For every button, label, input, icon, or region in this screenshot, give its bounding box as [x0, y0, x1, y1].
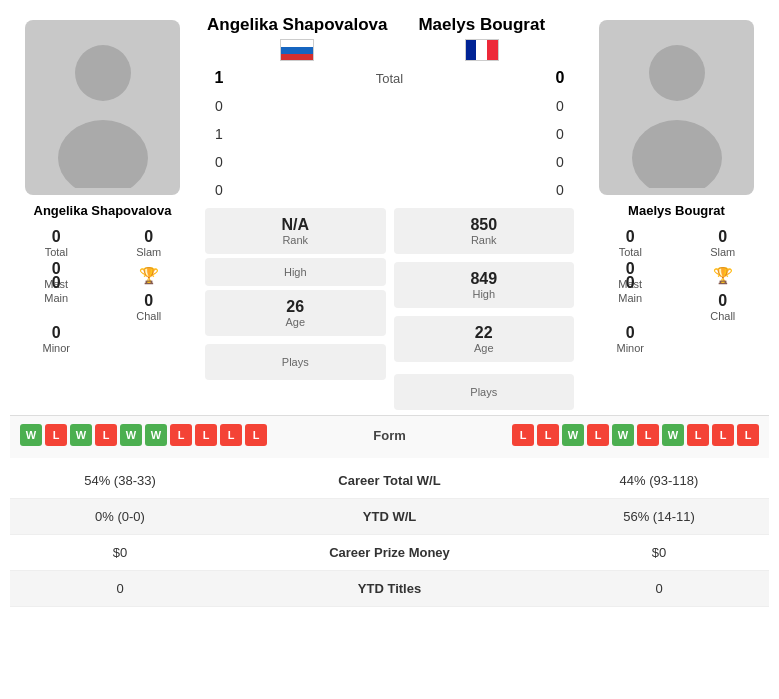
left-name-center: Angelika Shapovalova [205, 15, 390, 35]
form-badge-l: L [737, 424, 759, 446]
form-badge-l: L [245, 424, 267, 446]
form-section: WLWLWWLLLL Form LLWLWLWLLL [10, 415, 769, 458]
form-badge-w: W [662, 424, 684, 446]
left-main-label: Main [44, 292, 68, 304]
form-badge-l: L [637, 424, 659, 446]
indoor-button[interactable]: Indoor [237, 149, 542, 174]
indoor-row: 0 Indoor 0 [205, 149, 574, 174]
right-total-label: Total [619, 246, 642, 258]
grass-left: 0 [205, 182, 233, 198]
stats-row-1: 0% (0-0) YTD W/L 56% (14-11) [10, 499, 769, 535]
center-area: Angelika Shapovalova Maelys Bougrat 1 [195, 10, 584, 415]
left-total-stat: 0 Total [15, 228, 98, 258]
right-player-card: Maelys Bougrat 0 Total 0 Slam 0 Mast 🏆 [584, 10, 769, 415]
left-plays-label: Plays [210, 356, 381, 368]
right-rank-box: 850 Rank [394, 208, 575, 254]
left-chall-label: Chall [136, 310, 161, 322]
grass-row: 0 Grass 0 [205, 177, 574, 202]
hard-button[interactable]: Hard [237, 93, 542, 118]
career-stats-table: 54% (38-33) Career Total W/L 44% (93-118… [10, 463, 769, 607]
form-badge-w: W [20, 424, 42, 446]
right-age-value: 22 [402, 324, 567, 342]
right-slam-label: Slam [710, 246, 735, 258]
right-minor-stat: 0 Minor [589, 324, 672, 354]
right-chall-stat: 0 Chall [682, 292, 765, 322]
right-main-label: Main [618, 292, 642, 304]
left-high-label: High [210, 266, 381, 278]
left-total-value: 0 [52, 228, 61, 246]
form-badge-w: W [612, 424, 634, 446]
stats-row-2: $0 Career Prize Money $0 [10, 535, 769, 571]
right-minor-value: 0 [626, 324, 635, 342]
left-minor-stat: 0 Minor [15, 324, 98, 354]
stats-right-0: 44% (93-118) [549, 463, 769, 499]
left-player-name: Angelika Shapovalova [34, 203, 172, 218]
left-minor-label: Minor [42, 342, 70, 354]
grass-button[interactable]: Grass [237, 177, 542, 202]
form-badge-l: L [537, 424, 559, 446]
hard-left: 0 [205, 98, 233, 114]
svg-point-0 [75, 45, 131, 101]
stats-left-2: $0 [10, 535, 230, 571]
stats-right-1: 56% (14-11) [549, 499, 769, 535]
left-total-label: Total [45, 246, 68, 258]
form-badge-l: L [195, 424, 217, 446]
grass-right: 0 [546, 182, 574, 198]
scores-center: 0 Hard 0 1 Clay 0 0 Indoor 0 0 Grass [205, 93, 574, 202]
svg-point-2 [649, 45, 705, 101]
stats-label-1: YTD W/L [230, 499, 549, 535]
left-rank-label: Rank [210, 234, 381, 246]
left-chall-stat: 0 Chall [108, 292, 191, 322]
left-slam-stat: 0 Slam [108, 228, 191, 258]
clay-button[interactable]: Clay [237, 121, 542, 146]
left-age-value: 26 [210, 298, 381, 316]
stats-left-3: 0 [10, 571, 230, 607]
left-main-value: 0 [52, 274, 61, 292]
right-total-stat: 0 Total [589, 228, 672, 258]
form-badge-l: L [220, 424, 242, 446]
right-player-avatar [599, 20, 754, 195]
stats-left-1: 0% (0-0) [10, 499, 230, 535]
right-player-name: Maelys Bougrat [628, 203, 725, 218]
right-main-value: 0 [626, 274, 635, 292]
left-trophy-icon: 🏆 [139, 266, 159, 285]
left-rank-box: N/A Rank [205, 208, 386, 254]
right-plays-label: Plays [399, 386, 570, 398]
right-chall-label: Chall [710, 310, 735, 322]
left-slam-label: Slam [136, 246, 161, 258]
right-high-box: 849 High [394, 262, 575, 308]
stats-label-3: YTD Titles [230, 571, 549, 607]
hard-row: 0 Hard 0 [205, 93, 574, 118]
left-trophy-row: 🏆 [108, 260, 191, 290]
form-row: WLWLWWLLLL Form LLWLWLWLLL [20, 424, 759, 446]
stats-right-3: 0 [549, 571, 769, 607]
clay-left: 1 [205, 126, 233, 142]
form-badge-l: L [95, 424, 117, 446]
right-rank-label: Rank [402, 234, 567, 246]
stats-row-3: 0 YTD Titles 0 [10, 571, 769, 607]
right-name-center: Maelys Bougrat [390, 15, 575, 35]
form-badge-l: L [170, 424, 192, 446]
stats-right-2: $0 [549, 535, 769, 571]
left-main-stat: 0 Main [15, 274, 98, 322]
stats-left-0: 54% (38-33) [10, 463, 230, 499]
stats-label-2: Career Prize Money [230, 535, 549, 571]
stats-row-0: 54% (38-33) Career Total W/L 44% (93-118… [10, 463, 769, 499]
clay-right: 0 [546, 126, 574, 142]
form-badge-l: L [712, 424, 734, 446]
right-form-badges: LLWLWLWLLL [512, 424, 759, 446]
right-rank-value: 850 [402, 216, 567, 234]
upper-area: Angelika Shapovalova 0 Total 0 Slam 0 Ma… [10, 10, 769, 415]
left-form-badges: WLWLWWLLLL [20, 424, 267, 446]
right-high-value: 849 [402, 270, 567, 288]
total-left-score: 1 [205, 69, 233, 87]
left-plays-box: Plays [205, 344, 386, 380]
svg-point-1 [58, 120, 148, 188]
left-high-box: High [205, 258, 386, 286]
right-total-value: 0 [626, 228, 635, 246]
stats-label-0: Career Total W/L [230, 463, 549, 499]
form-label: Form [330, 428, 450, 443]
right-slam-value: 0 [718, 228, 727, 246]
left-minor-value: 0 [52, 324, 61, 342]
indoor-left: 0 [205, 154, 233, 170]
